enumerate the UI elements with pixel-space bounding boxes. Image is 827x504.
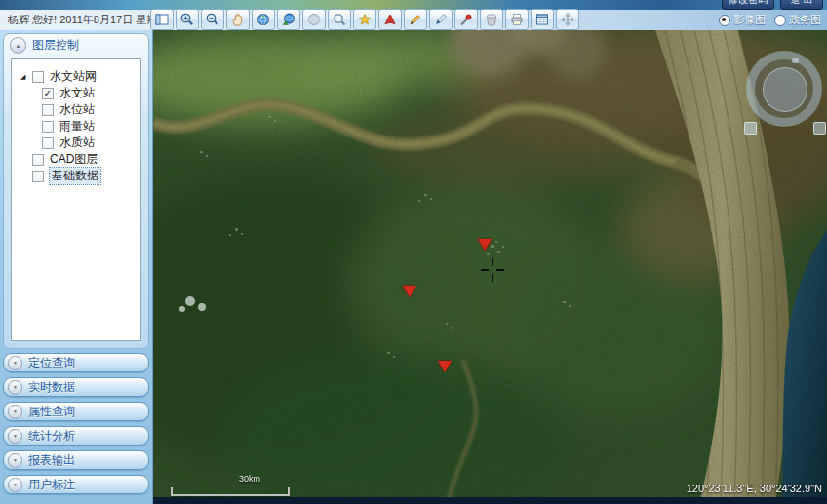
radio-icon [719, 15, 730, 26]
panel-toggle-icon [154, 12, 170, 27]
sidebar-panel-bar[interactable]: ▼用户标注 [3, 475, 149, 494]
picker-tool-icon [458, 12, 474, 27]
inactive-globe-icon [306, 12, 322, 27]
yellow-marker-icon [357, 12, 373, 27]
move-arrows-button[interactable] [556, 9, 579, 30]
sidebar: ▲ 图层控制 ◢水文站网✓水文站水位站雨量站水质站CAD图层基础数据 ▼定位查询… [0, 30, 153, 504]
nav-joystick[interactable] [763, 67, 807, 112]
edit-pencil-button[interactable] [404, 9, 427, 30]
layer-checkbox[interactable] [32, 154, 44, 166]
draw-pen-button[interactable] [429, 9, 453, 30]
map-view[interactable]: 30km 120°23'11.3"E, 30°24'32.9"N [153, 30, 827, 504]
sidebar-panel-bar[interactable]: ▼实时数据 [3, 377, 149, 397]
layer-tree-item[interactable]: ◢水文站网 [12, 68, 140, 85]
picker-tool-button[interactable] [454, 9, 478, 30]
nav-compass-ring[interactable] [746, 51, 822, 127]
map-navigation-control[interactable] [744, 49, 826, 140]
layer-checkbox[interactable]: ✓ [42, 88, 54, 99]
sidebar-panel-bar[interactable]: ▼定位查询 [3, 353, 149, 372]
layer-checkbox[interactable] [32, 71, 44, 83]
cursor-coordinates: 120°23'11.3"E, 30°24'32.9"N [687, 483, 822, 494]
map-type-switcher: 影像图政务图 [719, 10, 821, 30]
crosshair-cursor [481, 258, 504, 282]
move-arrows-icon [560, 12, 575, 27]
full-extent-globe-button[interactable] [252, 9, 275, 30]
sidebar-panel-bar[interactable]: ▼统计分析 [3, 426, 149, 446]
sidebar-panel-bar[interactable]: ▼属性查询 [3, 402, 149, 421]
map-type-option[interactable]: 政务图 [774, 13, 821, 27]
layer-label: 水文站网 [50, 68, 97, 85]
user-greeting: 杨辉 您好! 2011年8月17日 星期三 [8, 10, 168, 30]
nav-zoom-in-button[interactable] [813, 122, 826, 135]
layer-checkbox[interactable] [42, 104, 54, 116]
panel-label: 定位查询 [28, 355, 75, 371]
layer-label: 水位站 [59, 101, 95, 118]
chevron-up-icon[interactable]: ▲ [10, 37, 26, 54]
map-type-option[interactable]: 影像图 [719, 13, 766, 27]
layer-tree-item[interactable]: 水位站 [12, 101, 140, 118]
layer-checkbox[interactable] [42, 121, 54, 133]
chevron-down-icon[interactable]: ▼ [8, 380, 22, 395]
grid-window-icon [534, 12, 550, 27]
clear-bucket-button[interactable] [480, 9, 503, 30]
grid-window-button[interactable] [531, 9, 554, 30]
identify-magnifier-button[interactable] [328, 9, 351, 30]
map-scale-bar: 30km [171, 484, 290, 496]
zoom-out-button[interactable] [201, 9, 224, 30]
layer-label: 水文站 [59, 85, 95, 101]
yellow-marker-button[interactable] [353, 9, 376, 30]
inactive-globe-button[interactable] [302, 9, 326, 30]
layer-tree-item[interactable]: 水质站 [12, 135, 140, 151]
panel-toggle-button[interactable] [150, 9, 174, 30]
nav-north-notch [792, 58, 799, 63]
logout-button[interactable]: 退 出 [780, 0, 823, 10]
draw-pen-icon [433, 12, 449, 27]
station-marker[interactable] [478, 239, 492, 251]
panel-label: 用户标注 [28, 477, 75, 493]
zoom-in-button[interactable] [176, 9, 199, 30]
station-marker[interactable] [438, 361, 452, 372]
previous-view-globe-button[interactable] [277, 9, 300, 30]
map-bottom-strip [153, 497, 827, 504]
layer-label: 基础数据 [50, 168, 100, 184]
chevron-down-icon[interactable]: ▼ [8, 356, 22, 370]
scale-bar-line [171, 485, 290, 497]
chevron-down-icon[interactable]: ▼ [8, 405, 22, 419]
full-extent-globe-icon [256, 12, 271, 27]
chevron-down-icon[interactable]: ▼ [8, 453, 22, 468]
layer-checkbox[interactable] [32, 171, 44, 182]
edit-pencil-icon [408, 12, 423, 27]
print-button[interactable] [505, 9, 529, 30]
chevron-down-icon[interactable]: ▼ [8, 478, 22, 492]
layer-tree-item[interactable]: ✓水文站 [12, 85, 140, 101]
previous-view-globe-icon [281, 12, 296, 27]
red-marker-button[interactable] [378, 9, 402, 30]
zoom-out-icon [205, 12, 220, 27]
station-marker[interactable] [403, 286, 416, 297]
layer-control-panel: ▲ 图层控制 ◢水文站网✓水文站水位站雨量站水质站CAD图层基础数据 [3, 33, 149, 349]
radio-icon [774, 15, 786, 26]
layer-label: 水质站 [59, 135, 95, 151]
scale-label: 30km [239, 474, 260, 484]
panel-label: 实时数据 [28, 379, 75, 396]
layer-label: 雨量站 [59, 118, 95, 135]
red-marker-icon [382, 12, 398, 27]
zoom-in-icon [179, 12, 195, 27]
expander-icon[interactable]: ◢ [20, 73, 32, 81]
layer-tree-item[interactable]: 基础数据 [12, 168, 140, 184]
panel-label: 统计分析 [28, 428, 75, 445]
print-icon [509, 12, 525, 27]
pan-hand-icon [230, 12, 246, 27]
layer-checkbox[interactable] [42, 137, 54, 149]
clear-bucket-icon [484, 12, 499, 27]
layer-tree-item[interactable]: CAD图层 [12, 151, 140, 168]
map-type-label: 政务图 [789, 13, 821, 27]
change-password-button[interactable]: 修改密码 [722, 0, 774, 10]
chevron-down-icon[interactable]: ▼ [8, 429, 22, 444]
layer-tree: ◢水文站网✓水文站水位站雨量站水质站CAD图层基础数据 [11, 58, 141, 341]
sidebar-panel-bar[interactable]: ▼报表输出 [3, 450, 149, 470]
map-toolbar [150, 9, 579, 30]
layer-tree-item[interactable]: 雨量站 [12, 118, 140, 135]
nav-zoom-out-button[interactable] [744, 122, 757, 135]
pan-hand-button[interactable] [226, 9, 250, 30]
